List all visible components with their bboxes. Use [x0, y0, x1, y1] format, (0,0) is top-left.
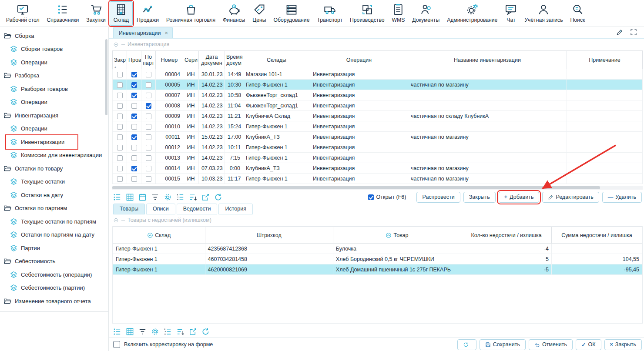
edit-icon[interactable]: [616, 29, 623, 36]
by-batch-checkbox[interactable]: [146, 124, 151, 130]
by-batch-checkbox[interactable]: [146, 134, 151, 140]
shortage-row[interactable]: Гипер-Фьюжен 1 4607034281458 Хлеб Бороди…: [113, 254, 642, 264]
inventory-row[interactable]: 00007 ИН 14.02.23 10:58 ФьюженТорг_склад…: [113, 90, 643, 100]
column-header[interactable]: Дата докумен: [199, 51, 225, 69]
bottom-action-button[interactable]: × Закрыть: [604, 339, 642, 350]
column-header[interactable]: Название инвентаризации: [408, 51, 567, 69]
column-header[interactable]: По парт: [141, 51, 156, 69]
tree-item[interactable]: Разборка: [0, 69, 45, 83]
column-header[interactable]: Закр: [113, 51, 127, 69]
bottom-action-button[interactable]: Сохранить: [480, 339, 526, 350]
detail-tab[interactable]: История: [218, 204, 252, 214]
posted-checkbox[interactable]: [131, 155, 137, 161]
closed-checkbox[interactable]: [117, 124, 123, 130]
tree-item[interactable]: Остатки по товару: [0, 162, 69, 175]
action-button[interactable]: Распровести: [416, 192, 460, 203]
ribbon-item[interactable]: Справочники: [44, 1, 83, 26]
closed-checkbox[interactable]: [117, 145, 123, 150]
ribbon-item[interactable]: Производство: [346, 1, 388, 26]
tree-item[interactable]: Комиссии для инвентаризации: [6, 149, 108, 162]
shortage-row[interactable]: Гипер-Фьюжен 1 4235687412368 Булочка -4: [113, 244, 642, 254]
tree-item[interactable]: Инвентаризации: [6, 135, 77, 149]
inventory-row[interactable]: 00014 ИН 07.03.23 0:00 КлубникА_ТЗ Инвен…: [113, 163, 643, 174]
by-batch-checkbox[interactable]: [146, 155, 151, 161]
tree-item[interactable]: Остатки по партиям: [0, 202, 73, 215]
filter-icon[interactable]: [138, 328, 147, 336]
action-button[interactable]: — Удалить: [602, 192, 642, 203]
by-batch-checkbox[interactable]: [146, 103, 151, 109]
ribbon-item[interactable]: Закупки: [83, 1, 109, 26]
column-header[interactable]: Пров: [127, 51, 141, 69]
closed-checkbox[interactable]: [117, 93, 123, 98]
ribbon-item[interactable]: Транспорт: [313, 1, 346, 26]
by-batch-checkbox[interactable]: [146, 93, 151, 98]
inventory-row[interactable]: 00010 ИН 14.02.23 15:24 Гипер-Фьюжен 1 И…: [113, 121, 643, 132]
column-header[interactable]: Штрихкод: [205, 227, 333, 244]
ribbon-item[interactable]: Склад: [110, 1, 133, 26]
tree-item[interactable]: Разборки товаров: [6, 82, 74, 96]
numlist-icon[interactable]: [164, 328, 172, 336]
column-header[interactable]: Операция: [310, 51, 408, 69]
by-batch-checkbox[interactable]: [146, 145, 151, 150]
tree-item[interactable]: Сборки товаров: [6, 43, 69, 56]
inventory-row[interactable]: 00013 ИН 14.02.23 7:15 Гипер-Фьюжен 1 Ин…: [113, 153, 643, 163]
closed-checkbox[interactable]: [117, 176, 123, 182]
tree-item[interactable]: Операции: [6, 96, 54, 109]
open-f6-checkbox[interactable]: Открыт (F6): [368, 194, 406, 200]
by-batch-checkbox[interactable]: [146, 72, 151, 77]
bottom-action-button[interactable]: [457, 339, 476, 350]
column-header[interactable]: Время докум: [225, 51, 243, 69]
sortbars-icon[interactable]: [189, 193, 197, 201]
sidebar-scrollbar[interactable]: [105, 39, 107, 115]
scrollbar-thumb[interactable]: [112, 186, 600, 189]
ribbon-item[interactable]: WMS: [389, 1, 409, 26]
filter-icon[interactable]: [151, 193, 159, 201]
detail-tab[interactable]: Ведомости: [177, 204, 218, 214]
shortage-row[interactable]: Гипер-Фьюжен 1 4620000821069 Хлеб Домашн…: [113, 264, 642, 275]
posted-checkbox[interactable]: [131, 72, 137, 77]
tree-item[interactable]: Операции: [6, 122, 54, 136]
by-batch-checkbox[interactable]: [146, 166, 151, 171]
ribbon-item[interactable]: Финансы: [219, 1, 248, 26]
posted-checkbox[interactable]: [131, 114, 137, 119]
listview-icon[interactable]: [113, 328, 121, 336]
ribbon-item[interactable]: Администрирование: [443, 1, 501, 26]
tree-item[interactable]: Остатки по партиям на дату: [6, 228, 101, 242]
tree-item[interactable]: Изменение товарного отчета: [0, 294, 97, 308]
ribbon-item[interactable]: Оборудование: [270, 1, 313, 26]
closed-checkbox[interactable]: [117, 82, 123, 88]
inventory-row[interactable]: 00015 ИН 10.03.23 11:17 Гипер-Фьюжен 1 И…: [113, 174, 643, 184]
bottom-action-button[interactable]: Отменить: [529, 339, 573, 350]
numlist-icon[interactable]: [176, 193, 184, 201]
calendar-icon[interactable]: [138, 193, 147, 201]
refresh-icon[interactable]: [214, 193, 222, 201]
column-header[interactable]: Сумма недостачи / излишка: [552, 227, 642, 244]
tree-item[interactable]: Остатки на дату: [6, 188, 69, 202]
gear-icon[interactable]: [151, 328, 159, 336]
inventory-row[interactable]: 00005 ИН 14.02.23 10:30 Гипер-Фьюжен 1 И…: [113, 80, 643, 90]
horizontal-scrollbar[interactable]: [112, 186, 643, 190]
tree-item[interactable]: Себестоимость (операции): [6, 268, 98, 281]
close-icon[interactable]: ×: [165, 30, 168, 36]
ribbon-item[interactable]: Цены: [249, 1, 269, 26]
posted-checkbox[interactable]: [131, 103, 137, 109]
closed-checkbox[interactable]: [117, 72, 123, 77]
grid-icon[interactable]: [126, 328, 134, 336]
tree-item[interactable]: Текущие остатки: [6, 175, 71, 189]
tree-item[interactable]: Инвентаризация: [0, 109, 64, 122]
checkbox[interactable]: [368, 194, 374, 200]
closed-checkbox[interactable]: [117, 134, 123, 140]
detail-tab[interactable]: Товары: [113, 204, 145, 214]
closed-checkbox[interactable]: [117, 103, 123, 109]
column-header[interactable]: Склады: [243, 51, 310, 69]
ribbon-item[interactable]: Розничная торговля: [163, 1, 219, 26]
tab-inventories[interactable]: Инвентаризации ×: [113, 27, 173, 38]
ribbon-item[interactable]: Поиск: [567, 1, 589, 26]
posted-checkbox[interactable]: [131, 166, 137, 171]
posted-checkbox[interactable]: [131, 145, 137, 150]
detail-tab[interactable]: Описи: [146, 204, 175, 214]
ribbon-item[interactable]: Документы: [409, 1, 443, 26]
inventory-row[interactable]: 00009 ИН 14.02.23 11:21 КлубничкА Склад …: [113, 111, 643, 121]
action-button[interactable]: + Добавить: [499, 192, 540, 203]
posted-checkbox[interactable]: [131, 134, 137, 140]
